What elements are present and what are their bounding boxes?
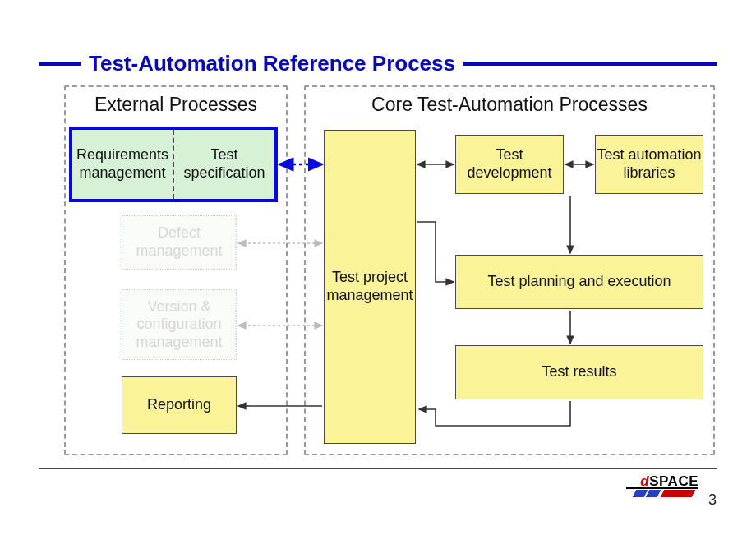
title-rule-left	[39, 62, 81, 66]
slide-title: Test-Automation Reference Process	[89, 51, 455, 76]
box-defect-management: Defect management	[122, 215, 237, 270]
footer-rule	[39, 468, 717, 469]
box-test-development: Test development	[455, 135, 564, 194]
box-requirements-management: Requirements management	[72, 130, 173, 199]
slide: Test-Automation Reference Process Extern…	[0, 0, 756, 535]
box-test-planning-execution: Test planning and execution	[455, 255, 703, 309]
group-external-title: External Processes	[66, 94, 286, 116]
group-core-title: Core Test-Automation Processes	[306, 94, 713, 116]
box-test-automation-libraries: Test automation libraries	[595, 135, 703, 194]
box-test-specification: Test specification	[174, 130, 274, 199]
page-number: 3	[708, 491, 717, 509]
box-reporting: Reporting	[122, 376, 237, 434]
box-test-results: Test results	[455, 345, 703, 399]
box-test-project-management: Test project management	[324, 130, 416, 444]
title-row: Test-Automation Reference Process	[39, 51, 717, 76]
logo-stripe-red	[661, 490, 696, 497]
title-rule-right	[463, 62, 717, 66]
logo-stripe-blue-2	[646, 490, 662, 497]
highlight-pair: Requirements management Test specificati…	[69, 127, 278, 202]
dspace-logo: dSPACE	[620, 473, 698, 498]
logo-underline	[626, 487, 698, 489]
box-version-config-management: Version & configuration management	[122, 289, 237, 360]
